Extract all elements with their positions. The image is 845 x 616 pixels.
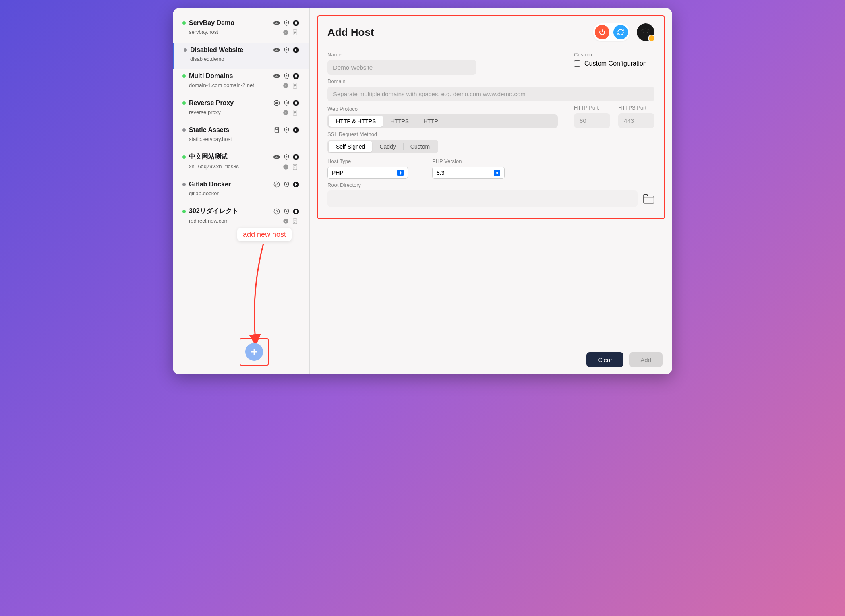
power-button[interactable]	[595, 25, 609, 39]
custom-config-checkbox[interactable]: Custom Configuration	[574, 60, 654, 67]
add-host-fab[interactable]	[245, 343, 263, 361]
doc-icon[interactable]	[292, 110, 299, 116]
compass-icon[interactable]	[283, 29, 289, 36]
refresh-button[interactable]	[613, 25, 628, 39]
php-icon: php	[273, 19, 280, 27]
doc-icon[interactable]	[292, 164, 299, 170]
host-type-label: Host Type	[327, 158, 408, 164]
doc-icon[interactable]	[292, 218, 299, 225]
svg-rect-16	[295, 75, 296, 78]
sync-icon	[617, 29, 624, 36]
pause-icon	[292, 72, 300, 80]
pause-icon	[292, 19, 300, 27]
svg-point-42	[286, 211, 287, 212]
svg-point-3	[293, 20, 299, 26]
pause-icon	[292, 99, 300, 107]
doc-icon[interactable]	[292, 29, 299, 36]
shield-icon	[283, 46, 290, 54]
svg-text:php: php	[275, 75, 278, 77]
segment-option[interactable]: Custom	[403, 141, 437, 152]
host-item[interactable]: Multi Domains php domain-1.com domain-2.…	[173, 69, 309, 96]
segment-option[interactable]: Self-Signed	[329, 141, 372, 152]
clear-button[interactable]: Clear	[586, 352, 623, 367]
ssl-segment: Self-SignedCaddyCustom	[327, 140, 438, 153]
folder-icon[interactable]	[643, 194, 654, 204]
svg-point-20	[274, 100, 279, 105]
compass-icon[interactable]	[283, 83, 289, 89]
svg-point-32	[286, 156, 287, 157]
svg-rect-35	[296, 155, 297, 158]
header-action-pill	[593, 23, 630, 41]
php-icon: php	[273, 72, 280, 80]
host-name: Static Assets	[189, 126, 270, 134]
main-panel: Add Host	[310, 8, 672, 374]
domain-input[interactable]	[327, 87, 654, 101]
shield-icon	[283, 72, 290, 80]
host-item[interactable]: Gitlab Docker gitlab.docker	[173, 178, 309, 204]
name-input[interactable]	[327, 60, 476, 75]
callout-tooltip: add new host	[237, 228, 292, 241]
host-item[interactable]: Reverse Proxy reverse.proxy	[173, 96, 309, 123]
svg-point-33	[293, 154, 299, 160]
protocol-label: Web Protocol	[327, 106, 558, 112]
compass-icon[interactable]	[283, 218, 289, 225]
host-name: Reverse Proxy	[189, 99, 270, 107]
segment-option[interactable]: HTTP & HTTPS	[329, 116, 383, 127]
php-icon: php	[273, 46, 280, 54]
svg-rect-23	[296, 102, 297, 105]
host-sidebar: ServBay Demo php servbay.host Disabled W…	[173, 8, 310, 374]
highlight-frame: Add Host	[317, 15, 665, 219]
http-port-input[interactable]	[574, 113, 610, 128]
svg-point-28	[286, 129, 287, 130]
shield-icon	[283, 153, 290, 161]
https-port-input[interactable]	[618, 113, 654, 128]
php-version-value: 8.3	[437, 170, 444, 176]
page-title: Add Host	[327, 26, 374, 39]
status-dot-icon	[182, 128, 186, 132]
custom-label: Custom	[574, 52, 654, 58]
svg-rect-17	[296, 75, 297, 78]
host-name: 中文网站测试	[189, 153, 270, 161]
custom-config-label: Custom Configuration	[584, 60, 647, 67]
compass-icon[interactable]	[283, 164, 289, 170]
static-icon	[273, 126, 280, 134]
svg-point-43	[293, 208, 299, 214]
segment-option[interactable]: HTTP	[416, 116, 445, 127]
host-item[interactable]: ServBay Demo php servbay.host	[173, 16, 309, 43]
play-icon	[292, 46, 300, 54]
status-dot-icon	[182, 101, 186, 105]
play-icon	[292, 126, 300, 134]
host-item[interactable]: Disabled Website php disabled.demo	[173, 43, 309, 69]
http-port-label: HTTP Port	[574, 105, 610, 111]
svg-point-48	[638, 25, 653, 40]
svg-point-49	[643, 33, 644, 33]
segment-option[interactable]: Caddy	[372, 141, 403, 152]
php-version-select[interactable]: 8.3 ▴▾	[432, 167, 505, 179]
add-button[interactable]: Add	[629, 352, 663, 367]
shield-x-icon	[283, 99, 290, 107]
checkbox-icon	[574, 60, 580, 67]
host-name: Multi Domains	[189, 72, 270, 80]
host-type-select[interactable]: PHP ▴▾	[327, 167, 408, 179]
host-item[interactable]: Static Assets static.servbay.host	[173, 123, 309, 149]
chevron-updown-icon: ▴▾	[397, 170, 404, 176]
host-name: ServBay Demo	[189, 19, 270, 27]
host-item[interactable]: 中文网站测试 php xn--6qq79v.xn--fiqs8s	[173, 149, 309, 178]
segment-option[interactable]: HTTPS	[383, 116, 416, 127]
play-icon	[292, 181, 300, 188]
user-avatar[interactable]	[637, 23, 654, 41]
doc-icon[interactable]	[292, 83, 299, 89]
shield-icon	[283, 181, 290, 188]
compass-icon[interactable]	[283, 110, 289, 116]
svg-rect-22	[295, 102, 296, 105]
avatar-icon	[638, 25, 653, 40]
status-dot-icon	[182, 21, 186, 25]
svg-point-10	[286, 49, 287, 50]
status-dot-icon	[184, 48, 187, 52]
svg-point-41	[274, 209, 279, 214]
status-dot-icon	[182, 183, 186, 186]
svg-rect-44	[295, 210, 296, 213]
shield-icon	[283, 126, 290, 134]
swap-icon	[273, 181, 280, 188]
root-dir-input[interactable]	[327, 190, 638, 207]
